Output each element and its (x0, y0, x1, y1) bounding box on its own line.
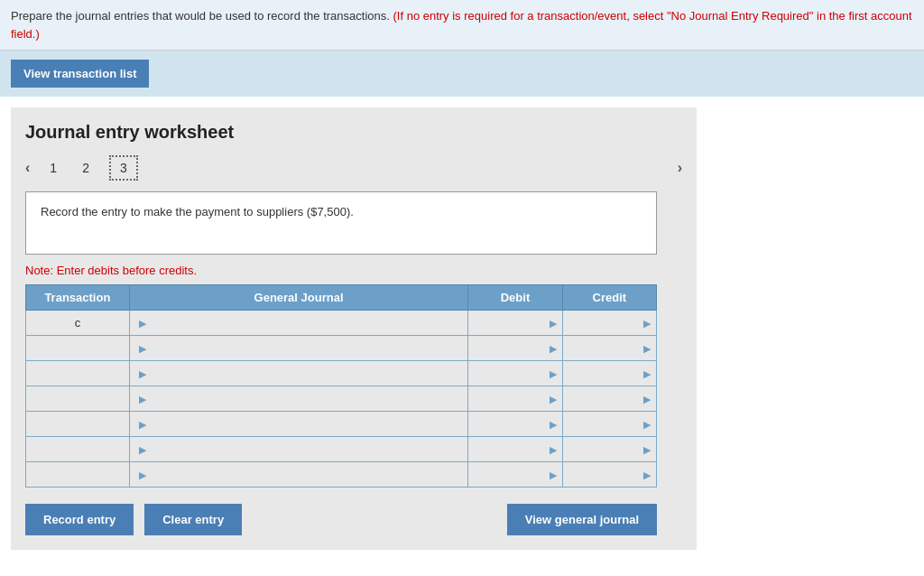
transaction-cell-2[interactable] (26, 361, 130, 386)
journal-table: Transaction General Journal Debit Credit… (25, 284, 657, 488)
debit-cell-4[interactable]: ▶ (468, 412, 562, 437)
general-journal-cell-4[interactable]: ▶ (129, 412, 468, 437)
credit-cell-6[interactable]: ▶ (562, 462, 656, 488)
general-journal-cell-2[interactable]: ▶ (129, 361, 468, 386)
worksheet-title: Journal entry worksheet (25, 122, 682, 143)
view-transaction-button[interactable]: View transaction list (11, 60, 149, 88)
general-journal-cell-1[interactable]: ▶ (129, 336, 468, 361)
transaction-cell-4[interactable] (26, 412, 130, 437)
tab-2[interactable]: 2 (77, 157, 95, 179)
credit-cell-4[interactable]: ▶ (562, 412, 656, 437)
general-journal-cell-6[interactable]: ▶ (129, 462, 468, 488)
transaction-cell-6[interactable] (26, 462, 130, 488)
table-row[interactable]: ▶▶▶ (26, 386, 657, 412)
view-general-journal-button[interactable]: View general journal (507, 504, 657, 535)
header-credit: Credit (562, 285, 656, 311)
table-row[interactable]: c▶▶▶ (26, 311, 657, 336)
tab-3-active[interactable]: 3 (109, 155, 138, 181)
debit-cell-3[interactable]: ▶ (468, 386, 562, 412)
table-row[interactable]: ▶▶▶ (26, 336, 657, 361)
view-transaction-bar: View transaction list (0, 51, 924, 97)
instruction-bar: Prepare the journal entries that would b… (0, 0, 924, 51)
credit-cell-1[interactable]: ▶ (562, 336, 656, 361)
credit-cell-3[interactable]: ▶ (562, 386, 656, 412)
debit-cell-1[interactable]: ▶ (468, 336, 562, 361)
header-debit: Debit (468, 285, 562, 311)
debit-cell-2[interactable]: ▶ (468, 361, 562, 386)
prev-arrow[interactable]: ‹ (25, 160, 30, 176)
transaction-cell-0[interactable]: c (26, 311, 130, 336)
debit-cell-5[interactable]: ▶ (468, 437, 562, 462)
general-journal-cell-0[interactable]: ▶ (129, 311, 468, 336)
credit-cell-0[interactable]: ▶ (562, 311, 656, 336)
bottom-button-row: Record entry Clear entry View general jo… (25, 504, 657, 535)
worksheet-container: Journal entry worksheet ‹ 1 2 3 › Record… (11, 107, 697, 550)
nav-row: ‹ 1 2 3 › (25, 155, 682, 181)
debit-cell-0[interactable]: ▶ (468, 311, 562, 336)
table-header-row: Transaction General Journal Debit Credit (26, 285, 657, 311)
record-entry-button[interactable]: Record entry (25, 504, 134, 535)
credit-cell-5[interactable]: ▶ (562, 437, 656, 462)
header-transaction: Transaction (26, 285, 130, 311)
transaction-cell-3[interactable] (26, 386, 130, 412)
table-row[interactable]: ▶▶▶ (26, 412, 657, 437)
table-row[interactable]: ▶▶▶ (26, 361, 657, 386)
table-row[interactable]: ▶▶▶ (26, 462, 657, 488)
description-box: Record the entry to make the payment to … (25, 191, 657, 255)
general-journal-cell-5[interactable]: ▶ (129, 437, 468, 462)
transaction-cell-1[interactable] (26, 336, 130, 361)
description-text: Record the entry to make the payment to … (41, 205, 354, 218)
next-arrow[interactable]: › (678, 160, 682, 176)
table-row[interactable]: ▶▶▶ (26, 437, 657, 462)
general-journal-cell-3[interactable]: ▶ (129, 386, 468, 412)
header-general-journal: General Journal (129, 285, 468, 311)
credit-cell-2[interactable]: ▶ (562, 361, 656, 386)
clear-entry-button[interactable]: Clear entry (144, 504, 242, 535)
tab-1[interactable]: 1 (44, 157, 62, 179)
instruction-prefix: Prepare the journal entries that would b… (11, 9, 390, 23)
transaction-cell-5[interactable] (26, 437, 130, 462)
debit-cell-6[interactable]: ▶ (468, 462, 562, 488)
note-text: Note: Enter debits before credits. (25, 264, 682, 277)
